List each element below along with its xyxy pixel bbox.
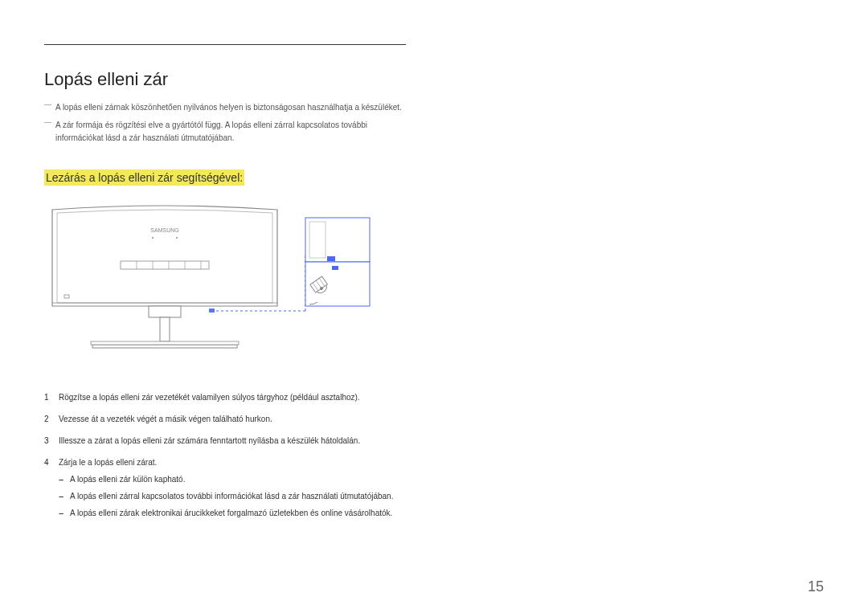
step-2: 2 Vezesse át a vezeték végét a másik vég… — [44, 412, 406, 426]
step-text: Illessze a zárat a lopás elleni zár szám… — [59, 434, 406, 447]
steps-list: 1 Rögzítse a lopás elleni zár vezetékét … — [44, 390, 406, 523]
sub-item-3: A lopás elleni zárak elektronikai árucik… — [59, 506, 406, 520]
diagram: SAMSUNG — [44, 202, 406, 370]
svg-rect-21 — [332, 266, 338, 270]
brand-text: SAMSUNG — [150, 227, 178, 233]
step-4: 4 Zárja le a lopás elleni zárat. A lopás… — [44, 456, 406, 523]
section-rule — [44, 44, 406, 45]
svg-rect-17 — [305, 218, 370, 262]
subheading-highlight: Lezárás a lopás elleni zár segítségével: — [44, 170, 244, 186]
step-text: Vezesse át a vezeték végét a másik végen… — [59, 412, 406, 426]
step-num: 2 — [44, 412, 59, 426]
sub-item-2: A lopás elleni zárral kapcsolatos tovább… — [59, 489, 406, 503]
step-num: 3 — [44, 434, 59, 447]
svg-rect-10 — [209, 309, 215, 313]
svg-rect-14 — [160, 317, 170, 341]
step-1: 1 Rögzítse a lopás elleni zár vezetékét … — [44, 390, 406, 404]
step-num: 1 — [44, 390, 59, 404]
step-3: 3 Illessze a zárat a lopás elleni zár sz… — [44, 434, 406, 447]
step-num: 4 — [44, 456, 59, 523]
svg-rect-15 — [92, 345, 237, 348]
step-text: Zárja le a lopás elleni zárat. A lopás e… — [59, 456, 406, 523]
sub-list: A lopás elleni zár külön kapható. A lopá… — [59, 472, 406, 520]
monitor-lock-diagram: SAMSUNG — [44, 202, 374, 370]
sub-item-1: A lopás elleni zár külön kapható. — [59, 472, 406, 486]
page-number: 15 — [808, 578, 824, 595]
note-1: A lopás elleni zárnak köszönhetően nyilv… — [44, 101, 406, 114]
section-heading: Lopás elleni zár — [44, 69, 406, 90]
step-4-text: Zárja le a lopás elleni zárat. — [59, 458, 157, 467]
step-text: Rögzítse a lopás elleni zár vezetékét va… — [59, 390, 406, 404]
note-2: A zár formája és rögzítési elve a gyártó… — [44, 119, 406, 145]
svg-rect-20 — [327, 256, 335, 261]
svg-rect-16 — [91, 341, 239, 345]
svg-point-1 — [176, 237, 178, 239]
svg-point-0 — [152, 237, 154, 239]
svg-rect-13 — [149, 306, 181, 317]
